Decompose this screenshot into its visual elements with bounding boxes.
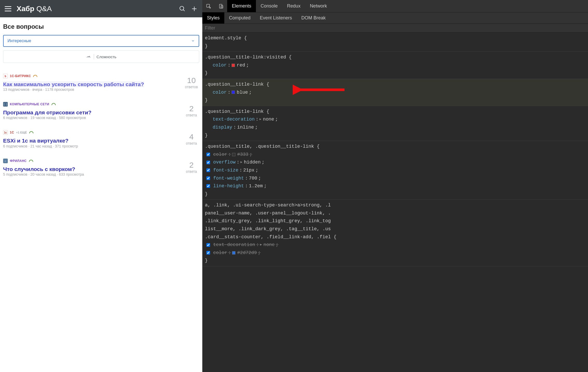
tag-icon[interactable]: ⌂	[3, 159, 8, 163]
devtools-tab-console[interactable]: Console	[256, 0, 282, 12]
devtools-subtab-computed[interactable]: Computed	[224, 12, 255, 24]
style-rules-pane[interactable]: element.style {}.question__title-link:vi…	[202, 33, 588, 372]
css-rule-block[interactable]: .question__title, .question__title-link …	[202, 141, 588, 200]
devtools-subtab-dom-break[interactable]: DOM Break	[297, 12, 330, 24]
devtools-panel: ElementsConsoleReduxNetwork StylesComput…	[202, 0, 588, 372]
svg-point-0	[180, 6, 184, 10]
css-property[interactable]: text-decoration: ▶none;	[205, 115, 585, 123]
answer-count[interactable]: 2 ответа	[184, 102, 199, 120]
complexity-button[interactable]: Сложность	[3, 50, 199, 63]
property-checkbox[interactable]	[206, 168, 211, 173]
question-item: ⌂ ФРИЛАНС Что случилось с кворком? 5 под…	[0, 153, 202, 182]
devtools-tab-network[interactable]: Network	[305, 0, 332, 12]
difficulty-arc-icon	[33, 74, 38, 78]
color-swatch-icon[interactable]	[232, 91, 235, 94]
tag-name[interactable]: 1С	[10, 131, 14, 134]
page-title: Все вопросы	[0, 17, 202, 35]
difficulty-arc-icon	[51, 102, 56, 107]
search-icon[interactable]	[179, 5, 186, 12]
property-checkbox[interactable]	[206, 184, 211, 188]
difficulty-arc-icon	[29, 130, 34, 135]
css-property[interactable]: color: #2d72d9;	[205, 249, 585, 257]
tag-name[interactable]: КОМПЬЮТЕРНЫЕ СЕТИ	[10, 102, 49, 106]
devtools-top-bar: ElementsConsoleReduxNetwork	[202, 0, 588, 12]
css-rule-block[interactable]: element.style {}	[202, 33, 588, 52]
devtools-subtab-styles[interactable]: Styles	[202, 12, 224, 24]
devtools-subtab-event-listeners[interactable]: Event Listeners	[255, 12, 297, 24]
css-rule-block[interactable]: .question__title-link:visited {color: re…	[202, 52, 588, 79]
svg-rect-6	[219, 4, 222, 8]
logo[interactable]: Хабр Q&A	[17, 5, 52, 13]
hamburger-icon[interactable]	[5, 6, 11, 11]
filter-dropdown[interactable]: Интересные	[3, 35, 199, 47]
tag-icon[interactable]: 1c	[3, 130, 8, 135]
devtools-tab-redux[interactable]: Redux	[282, 0, 305, 12]
property-checkbox[interactable]	[206, 152, 211, 157]
expand-triangle-icon[interactable]: ▶	[260, 242, 262, 247]
css-property[interactable]: display: inline;	[205, 123, 585, 131]
question-title-link[interactable]: ESXi и 1с на виртуалке?	[3, 138, 68, 144]
answer-count[interactable]: 10 ответов	[184, 74, 199, 92]
gauge-icon	[86, 54, 91, 60]
color-swatch-icon[interactable]	[232, 251, 235, 255]
chevron-down-icon	[191, 39, 195, 43]
css-rule-block[interactable]: .question__title-link {color: blue;}	[202, 79, 588, 106]
css-property[interactable]: overflow: ▶hidden;	[205, 158, 585, 166]
complexity-label: Сложность	[97, 55, 117, 59]
question-item: 1c 1С +1 ЕЩЁ ESXi и 1с на виртуалке? 6 п…	[0, 125, 202, 153]
css-rule-block[interactable]: .question__title-link {text-decoration: …	[202, 106, 588, 141]
devtools-tab-elements[interactable]: Elements	[227, 0, 256, 12]
answer-count[interactable]: 2 ответа	[184, 159, 199, 176]
svg-line-1	[183, 10, 184, 11]
css-property[interactable]: color: blue;	[205, 88, 585, 96]
css-rule-block[interactable]: a, .link, .ui-search-type-search>a>stron…	[202, 200, 588, 266]
question-meta: 6 подписчиков · 21 час назад · 371 просм…	[3, 144, 181, 148]
inspect-icon[interactable]	[202, 0, 215, 12]
plus-icon[interactable]	[191, 5, 198, 12]
device-icon[interactable]	[215, 0, 227, 12]
expand-triangle-icon[interactable]: ▶	[240, 160, 242, 165]
css-property[interactable]: color: #333;	[205, 151, 585, 159]
css-property[interactable]: font-size: 21px;	[205, 166, 585, 174]
tag-name[interactable]: ФРИЛАНС	[10, 159, 27, 163]
css-property[interactable]: font-weight: 700;	[205, 174, 585, 182]
question-item: ⋮⋮ КОМПЬЮТЕРНЫЕ СЕТИ Программа для отрис…	[0, 97, 202, 125]
tag-icon[interactable]: ⋮⋮	[3, 102, 8, 107]
filter-label: Интересные	[8, 39, 31, 43]
property-checkbox[interactable]	[206, 250, 211, 255]
answer-count[interactable]: 4 ответа	[184, 130, 199, 148]
property-checkbox[interactable]	[206, 243, 211, 247]
question-item: b 1С-БИТРИКС Как максимально ускорить ск…	[0, 69, 202, 97]
tag-name[interactable]: 1С-БИТРИКС	[10, 74, 31, 78]
css-property[interactable]: line-height: 1.2em;	[205, 182, 585, 190]
extra-tag-count[interactable]: +1 ЕЩЁ	[16, 131, 27, 134]
question-title-link[interactable]: Как максимально ускорить скорость работы…	[3, 81, 144, 87]
tag-icon[interactable]: b	[3, 74, 8, 78]
habr-header: Хабр Q&A	[0, 0, 202, 17]
question-meta: 6 подписчиков · 19 часов назад · 580 про…	[3, 116, 181, 120]
css-property[interactable]: color: red;	[205, 61, 585, 69]
filter-input[interactable]	[205, 25, 585, 31]
difficulty-arc-icon	[29, 159, 33, 163]
color-swatch-icon[interactable]	[232, 153, 235, 156]
color-swatch-icon[interactable]	[232, 64, 235, 67]
property-checkbox[interactable]	[206, 160, 211, 165]
question-meta: 13 подписчиков · вчера · 1178 просмотров	[3, 87, 181, 92]
property-checkbox[interactable]	[206, 176, 211, 181]
question-title-link[interactable]: Что случилось с кворком?	[3, 166, 75, 172]
styles-filter	[202, 24, 588, 33]
expand-triangle-icon[interactable]: ▶	[260, 117, 261, 122]
question-title-link[interactable]: Программа для отрисовки сети?	[3, 109, 91, 115]
css-property[interactable]: text-decoration: ▶none;	[205, 241, 585, 249]
habr-panel: Хабр Q&A Все вопросы Интересные Сложност…	[0, 0, 202, 372]
question-meta: 5 подписчиков · 20 часов назад · 633 про…	[3, 172, 181, 176]
divider	[94, 54, 94, 59]
devtools-sub-bar: StylesComputedEvent ListenersDOM Break	[202, 12, 588, 24]
